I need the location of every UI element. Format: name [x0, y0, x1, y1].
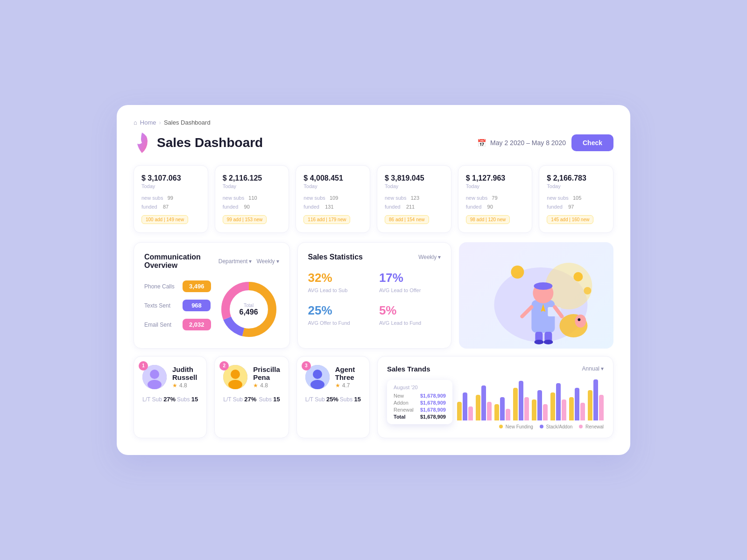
agent-rating-3: ★ 4.7	[335, 382, 361, 389]
legend-dot-pink	[579, 425, 583, 428]
bar-group-3	[513, 381, 529, 420]
metric-stats-3: new subs 123 funded 211	[385, 194, 444, 211]
agent-lt-label-2: L/T Sub 27%	[223, 396, 256, 403]
svg-point-25	[148, 380, 162, 389]
bar-group-7	[588, 379, 604, 420]
legend-stack-addon: Stack/Addon	[540, 424, 573, 429]
svg-point-24	[150, 370, 159, 379]
date-range: 📅 May 2 2020 – May 8 2020	[477, 139, 566, 147]
date-range-text: May 2 2020 – May 8 2020	[490, 139, 566, 147]
legend-dot-yellow	[499, 425, 503, 428]
metric-amount-5: $ 2,166.783	[547, 174, 606, 182]
agent-stats-2: L/T Sub 27% Subs 15	[223, 396, 280, 403]
svg-point-27	[231, 370, 240, 379]
bar-0-1	[476, 395, 480, 420]
agent-card-1: 1 Judith Russell ★ 4.8 L/	[134, 356, 207, 438]
metric-badge-2: 116 add | 179 new	[303, 215, 350, 224]
metric-badge-1: 99 add | 153 new	[223, 215, 267, 224]
metric-amount-4: $ 1,127.963	[466, 174, 525, 182]
agent-rating-1: ★ 4.8	[172, 382, 198, 389]
agent-card-2: 2 Priscilla Pena ★ 4.8 L/	[214, 356, 289, 438]
svg-point-28	[228, 380, 242, 389]
bar-0-7	[588, 390, 592, 420]
agent-info-3: Agent Three ★ 4.7	[335, 365, 361, 389]
svg-point-22	[578, 318, 581, 321]
bar-1-7	[593, 379, 598, 420]
trends-tooltip: August '20 New $1,678,909 Addon $1,678,9…	[387, 380, 452, 424]
bar-chart	[457, 378, 604, 420]
weekly-filter-comm[interactable]: Weekly ▾	[256, 258, 279, 265]
breadcrumb-home[interactable]: Home	[140, 119, 156, 126]
bar-2-2	[506, 409, 510, 420]
comm-bars: Phone Calls 3,496 Texts Sent 968 Email S…	[144, 280, 211, 338]
metric-stats-4: new subs 79 funded 90	[466, 194, 525, 211]
bar-group-6	[569, 388, 585, 420]
logo-icon	[134, 132, 150, 154]
bar-2-4	[543, 404, 548, 420]
breadcrumb-current: Sales Dashboard	[164, 119, 211, 126]
metric-badge-5: 145 add | 160 new	[547, 215, 593, 224]
bar-1-0	[463, 392, 467, 420]
bar-2-5	[562, 399, 566, 420]
bar-0-6	[569, 397, 574, 420]
bar-0-3	[513, 388, 518, 420]
check-button[interactable]: Check	[571, 134, 613, 151]
chart-legend: New Funding Stack/Addon Renewal	[387, 424, 604, 429]
metric-amount-1: $ 2,116.125	[223, 174, 282, 182]
stat-sub-3: AVG Lead to Fund	[379, 320, 441, 327]
header: Sales Dashboard 📅 May 2 2020 – May 8 202…	[134, 132, 613, 154]
agent-stats-1: L/T Sub 27% Subs 15	[142, 396, 198, 403]
comm-label-calls: Phone Calls	[144, 283, 178, 290]
communication-panel: Communication Overview Department ▾ Week…	[134, 242, 290, 349]
weekly-filter-stats[interactable]: Weekly ▾	[418, 254, 441, 260]
trends-header: Sales Trands Annual ▾	[387, 365, 604, 373]
bar-1-1	[481, 385, 486, 420]
bar-0-0	[457, 402, 462, 420]
donut-chart: Total 6,496	[218, 279, 279, 340]
metric-label-4: Today	[466, 183, 525, 189]
stat-item-3: 5% AVG Lead to Fund	[379, 303, 441, 327]
tooltip-row-0: New $1,678,909	[394, 393, 446, 399]
metric-badge-4: 98 add | 120 new	[466, 215, 510, 224]
comm-label-email: Email Sent	[144, 322, 178, 328]
agent-rating-val-3: 4.7	[342, 382, 350, 389]
svg-point-7	[574, 272, 583, 281]
metric-stats-5: new subs 105 funded 97	[547, 194, 606, 211]
header-right: 📅 May 2 2020 – May 8 2020 Check	[477, 134, 613, 151]
stat-pct-1: 17%	[379, 271, 441, 285]
bar-0-4	[532, 399, 536, 420]
legend-dot-purple	[540, 425, 543, 428]
metric-card-2: $ 4,008.451 Today new subs 109 funded 13…	[296, 165, 370, 232]
agent-subs-label-3: Subs 15	[340, 396, 361, 403]
metric-card-4: $ 1,127.963 Today new subs 79 funded 90 …	[458, 165, 533, 232]
tooltip-date: August '20	[394, 385, 446, 390]
agent-name-3: Agent Three	[335, 365, 361, 381]
svg-point-11	[534, 282, 553, 290]
legend-renewal: Renewal	[579, 424, 604, 429]
donut-total-value: 6,496	[240, 308, 258, 316]
metric-card-3: $ 3,819.045 Today new subs 123 funded 21…	[377, 165, 451, 232]
agent-lt-label-1: L/T Sub 27%	[142, 396, 176, 403]
svg-point-31	[310, 380, 324, 389]
star-icon-3: ★	[335, 382, 340, 389]
illustration-panel	[459, 242, 613, 349]
trends-filter[interactable]: Annual ▾	[582, 365, 604, 372]
bar-2-6	[580, 403, 585, 420]
comm-content: Phone Calls 3,496 Texts Sent 968 Email S…	[144, 279, 279, 340]
home-icon: ⌂	[134, 119, 137, 126]
bar-2-0	[468, 406, 473, 420]
metric-badge-0: 100 add | 149 new	[141, 215, 188, 224]
stat-pct-2: 25%	[308, 303, 370, 318]
department-filter[interactable]: Department ▾	[218, 258, 252, 265]
metric-label-2: Today	[303, 183, 362, 189]
agent-rank-1: 1	[139, 361, 148, 371]
agent-header-2: 2 Priscilla Pena ★ 4.8	[223, 365, 280, 389]
metric-label-1: Today	[223, 183, 282, 189]
agent-name-2: Priscilla Pena	[253, 365, 280, 381]
metric-amount-2: $ 4,008.451	[303, 174, 362, 182]
tooltip-row-total: Total $1,678,909	[394, 414, 446, 420]
comm-row-texts: Texts Sent 968	[144, 300, 211, 311]
donut-total-label: Total	[240, 302, 258, 308]
metric-amount-3: $ 3,819.045	[385, 174, 444, 182]
comm-badge-email: 2,032	[183, 319, 211, 330]
